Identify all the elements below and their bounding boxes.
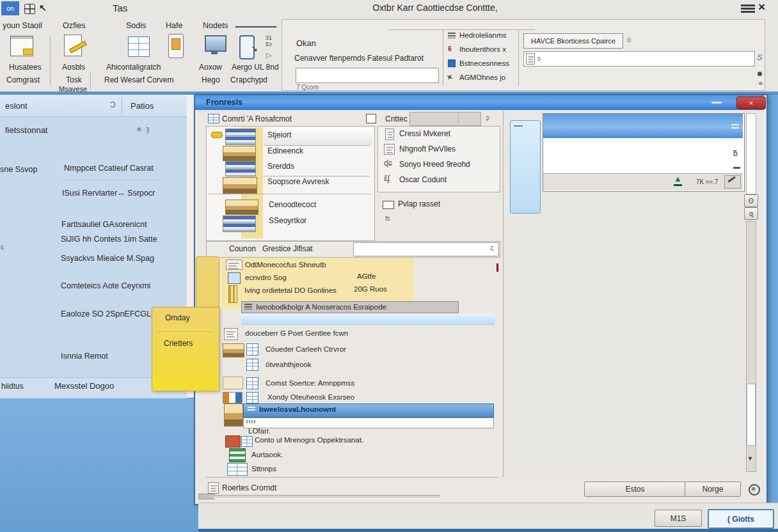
ribbon-btn-aosbls[interactable]: Aosbls [62,63,85,72]
panel-input[interactable] [296,68,439,83]
list-b-item-3[interactable]: Oscar Codunt [399,175,447,184]
section-col2[interactable]: Grestice Jlfisat [262,244,313,253]
trailing-0[interactable]: LOfarr. [248,427,271,435]
nav-item-0[interactable]: Nmppcet Ccatieuf Casrat [64,164,154,173]
dialog-item-4[interactable]: Xondy Oteuheosk Exsrseo [267,393,354,401]
monitor-icon[interactable] [205,35,226,52]
preview-header-icon[interactable] [731,124,739,129]
cursor-icon[interactable]: ↖ [39,3,47,13]
dialog-titlebar[interactable] [195,95,764,110]
trailing-icon-3 [227,463,248,476]
nav-bottom-item[interactable]: Mexsstel Dogoo [54,381,114,391]
panel-item-3[interactable]: AGMOhnes jo [459,74,505,81]
ribbon-btn-aoxow[interactable]: Aoxow [199,63,222,72]
trailing-1[interactable]: Conto ul Mrenogrs Oppektrsanat. [255,436,363,444]
preview-side-panel[interactable] [510,120,541,214]
nav-item-5[interactable]: Comteteics Aote Ceyrxmi [61,281,150,290]
panel-item-1[interactable]: Ihoutenthors x [459,45,506,53]
vscroll-down-arrow[interactable]: ▼ [747,455,753,462]
nav-item-6[interactable]: Eaoloze SO 2SpnEFCGL| [61,309,153,318]
ribbon-btn-red-wesarf[interactable]: Red Wesarf Corvem [104,75,173,84]
list-a-item-5[interactable]: SSeoyrtkor [269,216,306,225]
sticky-note-tab[interactable] [196,256,219,311]
ribbon-btn-hego[interactable]: Hego [202,75,220,84]
hscroll-track[interactable] [214,495,440,499]
app-logo[interactable]: on [1,1,19,15]
trailing-2[interactable]: Aurtaook. [251,451,283,458]
tab-1[interactable]: Ozfies [63,21,85,30]
nav-item-7[interactable]: Isnnia Remot [61,352,108,361]
minimize-icon[interactable] [711,102,722,104]
new-item-icon-accent [23,49,33,55]
section-filter-input[interactable] [353,242,499,256]
list-a-item-4[interactable]: Cenoodtecoct [269,200,316,209]
hscroll-thumb[interactable] [198,494,215,499]
giotts-button[interactable]: ( Giotts [708,509,774,529]
yellow-item-0[interactable]: OdtMonecocfus Shneutb [245,261,326,269]
yellow-icon-2 [228,285,237,303]
form-window-icon[interactable] [128,36,150,57]
yellow-item-2[interactable]: Iving ordietetal DO Gonlines [244,286,337,294]
estos-button[interactable]: Estos [584,481,686,497]
browse-button-1[interactable]: ʘ [744,194,757,206]
dialog-item-2[interactable]: ötveahthjeook [266,361,312,368]
panel-item-2[interactable]: Bstnecesnness [459,59,509,67]
dialog-close-button[interactable]: × [736,97,766,109]
dialog-item-1[interactable]: Cöueder Carleeh Ctrvror [266,345,346,353]
nav-account-icons[interactable]: ∗ȝ [136,125,153,134]
nav-header-left[interactable]: eslont [5,101,28,111]
address-field-label-box[interactable]: HAVCE Bkorticess Cpairce [523,33,623,49]
companion-row[interactable] [243,418,494,428]
tab-4[interactable]: Nodets [203,21,228,30]
ribbon-btn-crapchypd[interactable]: Crapchypd [230,75,267,84]
trailing-3[interactable]: Sttnnps [251,465,276,473]
dialog-footer-link[interactable]: Roertes Crorndt [222,483,276,492]
ribbon-btn-ahicontaligratch[interactable]: Ahicontaligratch [106,63,161,72]
grid-icon[interactable] [24,4,35,14]
ms-button[interactable]: M1S [655,510,702,527]
help-icon[interactable] [749,484,760,496]
list-b-item-1[interactable]: Nhgnoft PwVlles [399,145,456,153]
list-a-item-2[interactable]: Srerdds [267,162,294,171]
vscroll-thumb[interactable] [747,384,756,446]
list-a-item-3[interactable]: Soopsore Avvresk [267,177,329,186]
vscroll-top-segment[interactable] [746,113,756,194]
dialog-item-3[interactable]: Comst Soertce: Amnppmss [266,379,354,387]
tab-3[interactable]: Hafe [166,21,182,30]
norge-button[interactable]: Norge [685,481,741,497]
list-b-item-0[interactable]: Cressi Mvkeret [399,129,450,138]
refresh-icon[interactable]: Ɔ [110,100,116,109]
list-lines-icon [448,33,456,38]
tab-2[interactable]: Sodis [126,21,146,30]
nav-item-1[interactable]: ISusi Rervlarter↔ Ssrpocr [62,189,155,198]
search-input[interactable] [523,51,755,66]
item-icon-3b [246,377,258,389]
nav-account[interactable]: fietsstonnat [5,125,48,135]
dialog-item-0[interactable]: douceberr G Poet Gentlee fcwn [245,329,348,337]
ribbon-btn-aergo[interactable]: Aergo UL 8nd [232,63,279,72]
ribbon-btn-comgrast[interactable]: Comgrast [6,75,40,84]
panel-item-0[interactable]: Hedrolelianms [459,31,507,39]
ribbon-btn-tosk[interactable]: Tosk [66,75,82,84]
send-arrow-icon[interactable]: ▲ [674,174,682,186]
nav-header-right[interactable]: Patios [131,101,154,111]
list-a-item-1[interactable]: Edineenck [267,146,303,155]
list-b-below[interactable]: Pvlap rasset [398,199,440,208]
close-icon[interactable]: × [758,0,765,14]
ribbon-btn-husatees[interactable]: Husatees [9,63,42,72]
calendar-31-icon[interactable]: 315ɔ [266,35,272,47]
dialog-dropdown[interactable] [409,112,481,126]
footer-link-icon [208,482,219,494]
tab-home[interactable]: youn Staoil [3,21,42,30]
nav-item-4[interactable]: Ssyackvs Mieaice M.Spag [61,254,154,263]
selection-band[interactable] [241,313,495,325]
side-glyph: S [757,52,763,62]
yellow-item-1[interactable]: ecnvdro Sog [245,274,287,281]
list-a-item-0[interactable]: Stjeiort [267,130,291,139]
list-b-item-2[interactable]: Sonyo Hreed 9reohd [399,160,470,169]
nav-item-3[interactable]: SiJIG hh Contets 1im Satte [61,235,157,244]
menu-icon[interactable] [741,4,755,6]
section-col1[interactable]: Counon [229,244,256,253]
nav-item-2[interactable]: Farttsauliel GAsorenicnt [61,220,147,229]
browse-button-2[interactable]: ɋ [744,207,757,219]
